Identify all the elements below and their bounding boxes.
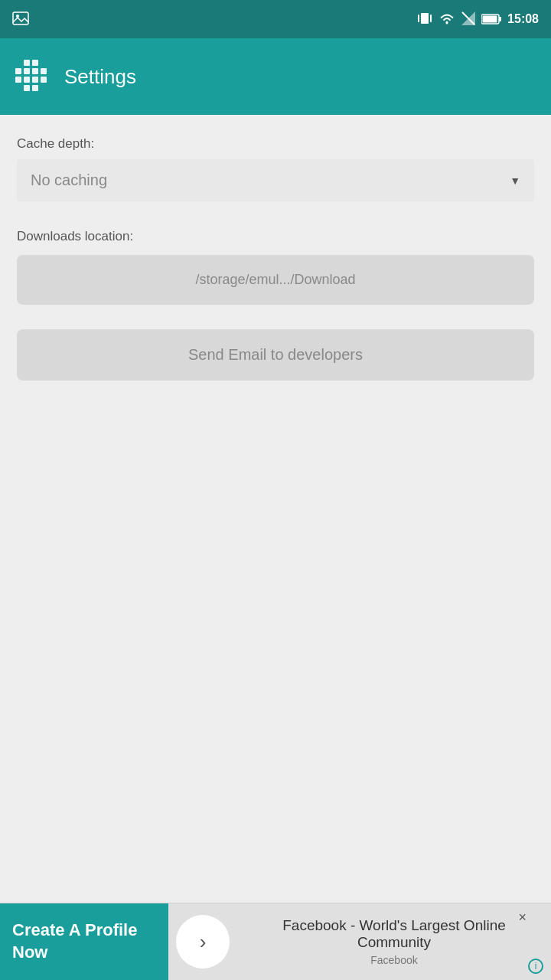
ad-left-section: Create A Profile Now [0,903,168,980]
cache-depth-label: Cache depth: [17,136,534,152]
downloads-path-button[interactable]: /storage/emul.../Download [17,255,534,305]
image-icon [12,11,29,28]
downloads-location-label: Downloads location: [17,229,534,244]
vibrate-icon [417,11,432,28]
app-bar-title: Settings [64,65,136,89]
svg-rect-3 [418,15,419,22]
svg-point-5 [446,21,448,24]
ad-source-text: Facebook [370,954,417,966]
ad-info-button[interactable]: i [528,959,543,974]
ad-arrow-icon: › [200,930,207,954]
cache-depth-dropdown[interactable]: No caching ▼ [17,159,534,201]
signal-off-icon [461,11,475,28]
ad-close-button[interactable]: × [518,910,527,926]
app-logo [15,60,49,93]
svg-rect-4 [430,15,432,22]
ad-banner: Create A Profile Now › Facebook - World'… [0,903,551,980]
status-bar: 15:08 [0,0,551,38]
ad-arrow-button[interactable]: › [176,915,230,969]
chevron-down-icon: ▼ [510,175,520,187]
status-time: 15:08 [507,12,539,26]
svg-rect-10 [483,16,497,23]
ad-info-icon: i [535,961,537,972]
app-bar: Settings [0,38,551,115]
svg-rect-9 [499,17,501,21]
ad-cta-text: Create A Profile Now [12,920,156,963]
svg-rect-0 [13,12,28,24]
battery-icon [481,14,501,24]
send-email-button[interactable]: Send Email to developers [17,329,534,381]
svg-rect-2 [421,13,429,24]
status-bar-left [12,11,29,28]
cache-depth-value: No caching [31,172,107,189]
wifi-icon [439,12,455,27]
status-bar-right: 15:08 [417,11,539,28]
settings-content: Cache depth: No caching ▼ Downloads loca… [0,115,551,903]
ad-right-section: Facebook - World's Largest Online Commun… [237,911,551,972]
ad-title-text: Facebook - World's Largest Online Commun… [245,917,543,951]
